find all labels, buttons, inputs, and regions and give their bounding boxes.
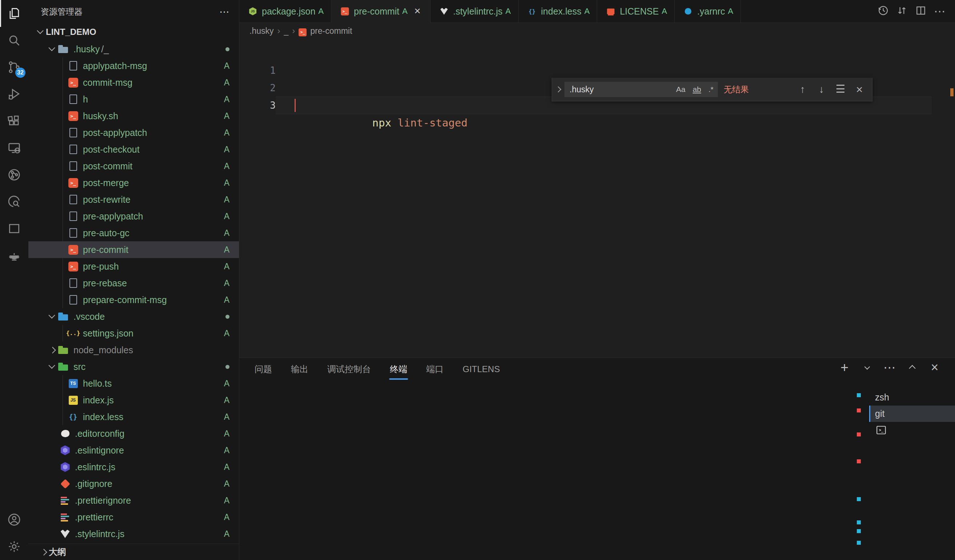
whole-word-toggle[interactable]: ab [691,85,703,94]
breadcrumb-file[interactable]: pre-commit [310,26,352,36]
file-type-icon [59,494,71,506]
terminal-instance[interactable]: zsh [869,389,955,406]
tree-item[interactable]: post-checkout A [28,141,239,158]
panel-tab[interactable]: 调试控制台 [318,358,380,381]
tree-item[interactable]: husky.sh A [28,108,239,124]
tree-item[interactable]: .vscode [28,308,239,325]
terminal-line [245,497,850,509]
file-type-icon [59,478,71,490]
tree-item[interactable]: src [28,358,239,375]
git-status-badge: A [224,178,230,188]
panel-more-icon[interactable] [884,362,896,373]
more-actions-icon[interactable]: ⋯ [934,5,946,18]
tree-item[interactable]: post-commit A [28,158,239,175]
project-root[interactable]: LINT_DEMO [28,23,239,41]
editor-actions: ⋯ [877,0,955,23]
file-name: post-rewrite [83,194,131,205]
gitlens-icon[interactable] [0,161,28,188]
tree-item[interactable]: hello.ts A [28,375,239,392]
terminal-instance[interactable]: git [869,406,955,422]
gitlens-inspect-icon[interactable] [0,188,28,215]
editor-tab[interactable]: LICENSE A [597,0,675,23]
tree-item[interactable]: pre-commit A [28,241,239,258]
account-icon[interactable] [0,506,28,533]
tree-item[interactable]: pre-rebase A [28,275,239,292]
explorer-icon[interactable] [0,0,28,27]
panel-tab[interactable]: 输出 [282,358,318,381]
previous-match-icon[interactable]: ↑ [797,84,809,95]
terminal-line [245,439,850,451]
regex-toggle[interactable]: .* [707,85,715,94]
extensions-icon[interactable] [0,108,28,134]
tree-item[interactable]: pre-applypatch A [28,208,239,225]
match-case-toggle[interactable]: Aa [675,85,687,94]
tree-item[interactable]: post-merge A [28,175,239,191]
file-type-icon [67,277,79,289]
file-type-icon [67,411,79,423]
panel-tab[interactable]: 问题 [245,358,282,381]
tree-item[interactable]: applypatch-msg A [28,58,239,74]
source-control-icon[interactable]: 32 [0,54,28,81]
tree-item[interactable]: .husky /_ [28,41,239,58]
tree-item[interactable]: .eslintrc.js A [28,459,239,475]
tree-item[interactable]: post-rewrite A [28,191,239,208]
search-icon[interactable] [0,27,28,54]
find-in-selection-icon[interactable] [834,84,847,95]
timeline-history-icon[interactable] [877,5,889,18]
genie-lamp-icon[interactable] [0,242,28,269]
remote-explorer-icon[interactable] [0,134,28,161]
compact-folder-suffix: /_ [101,44,109,55]
terminal-icon [876,425,887,435]
folder-modified-dot [225,47,230,51]
tree-item[interactable]: h A [28,91,239,108]
tree-item[interactable]: post-applypatch A [28,124,239,141]
close-panel-icon[interactable] [929,362,941,373]
editor-tab[interactable]: .yarnrc A [675,0,741,23]
compare-changes-icon[interactable] [896,5,908,18]
next-match-icon[interactable]: ↓ [816,84,828,95]
new-terminal-icon[interactable] [839,362,850,373]
tree-item[interactable]: prepare-commit-msg A [28,292,239,308]
file-name: applypatch-msg [83,61,147,71]
run-and-debug-icon[interactable] [0,81,28,108]
code-editor[interactable]: 1 #!/usr/bin/env sh 2 npx lint-staged 3 [239,39,955,358]
breadcrumb-folder[interactable]: _ [284,26,288,36]
toggle-replace-icon[interactable] [552,78,564,101]
folder-modified-dot [225,365,230,369]
tree-item[interactable]: .prettierrc A [28,509,239,526]
settings-gear-icon[interactable] [0,533,28,560]
editor-tab[interactable]: index.less A [518,0,598,23]
tree-item[interactable]: node_modules [28,342,239,358]
close-find-icon[interactable] [853,83,866,96]
split-editor-icon[interactable] [915,5,927,18]
close-icon[interactable] [412,6,423,17]
tree-item[interactable]: .editorconfig A [28,425,239,442]
tree-item[interactable]: index.js A [28,392,239,409]
editor-tab[interactable]: pre-commit A [331,0,431,23]
file-type-icon [67,110,79,122]
tree-item[interactable]: .stylelintrc.js A [28,526,239,542]
panel-tab[interactable]: 终端 [380,358,417,381]
window-extension-icon[interactable] [0,215,28,242]
explorer-more-actions-icon[interactable]: ⋯ [219,6,230,18]
editor-tab[interactable]: .stylelintrc.js A [431,0,518,23]
breadcrumb-folder[interactable]: .husky [249,26,274,36]
panel-tab[interactable]: GITLENS [453,358,509,381]
outline-section-header[interactable]: 大纲 [28,544,239,560]
file-name: index.js [83,395,114,406]
maximize-panel-icon[interactable] [906,362,918,373]
tree-item[interactable]: commit-msg A [28,74,239,91]
file-name: prepare-commit-msg [83,295,167,305]
tree-item[interactable]: index.less A [28,409,239,425]
tree-item[interactable]: .prettierignore A [28,492,239,509]
tree-item[interactable]: settings.json A [28,325,239,342]
tree-item[interactable]: .eslintignore A [28,442,239,459]
panel-tab-label: 问题 [255,364,272,374]
terminal-output[interactable] [245,393,850,560]
panel-tab[interactable]: 端口 [417,358,453,381]
editor-tab[interactable]: package.json A [239,0,331,23]
tree-item[interactable]: pre-auto-gc A [28,225,239,241]
tree-item[interactable]: pre-push A [28,258,239,275]
terminal-dropdown-icon[interactable] [861,362,873,373]
tree-item[interactable]: .gitignore A [28,475,239,492]
